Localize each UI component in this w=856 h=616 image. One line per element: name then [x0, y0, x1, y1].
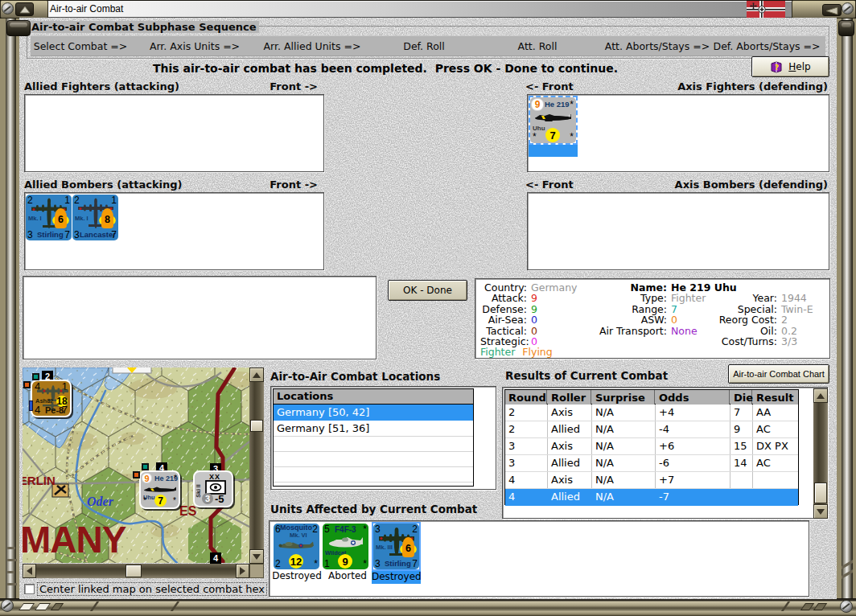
result-row-3[interactable]: 3AlliedN/A-614AC	[505, 455, 798, 472]
stirling-badge: 6	[52, 208, 69, 228]
results-header-round[interactable]: Round	[505, 390, 547, 405]
location-row-1[interactable]: Germany [51, 36]	[274, 421, 473, 437]
right-frame-knob	[838, 20, 854, 36]
lancaster-bl: 3	[74, 230, 80, 240]
bottom-left-screw-icon	[1, 599, 14, 612]
he219-map-br: *	[173, 496, 176, 506]
center-map-checkbox[interactable]	[24, 584, 35, 594]
location-row-2[interactable]	[274, 437, 473, 452]
help-button[interactable]: ? Help	[751, 56, 829, 77]
pe8-orange-dot	[23, 381, 31, 388]
ok-done-button[interactable]: OK - Done	[388, 280, 467, 301]
selected-units-panel[interactable]	[23, 276, 377, 359]
center-map-checkbox-label[interactable]: Center linked map on selected combat hex	[37, 582, 267, 596]
phase-def-aborts-stays: Def. Aborts/Stays =>	[714, 40, 821, 52]
help-button-label: Help	[788, 61, 810, 72]
left-pipe-joint-2	[7, 559, 17, 561]
division-dash: -5	[215, 493, 224, 505]
location-row-3[interactable]	[274, 452, 473, 467]
mosquito-tr: 2	[312, 524, 318, 534]
costturns-label: Cost/Turns:	[709, 336, 777, 347]
results-header-surprise[interactable]: Surprise	[592, 390, 655, 405]
airtransport-label: Air Transport:	[564, 326, 667, 337]
stirling3-counter[interactable]: 3 2 Mk. III	[373, 524, 419, 569]
map-vscroll-up-arrow[interactable]	[249, 368, 264, 382]
results-scroll-thumb[interactable]	[814, 483, 827, 503]
bottom-frame	[0, 599, 856, 616]
result-row-1[interactable]: 2AlliedN/A-49AC	[505, 421, 798, 438]
allied-fighters-panel[interactable]	[24, 94, 324, 172]
he219-map-turn: 9	[142, 473, 152, 483]
lancaster-counter[interactable]: 2 1 Mk. I 8 3 Lancaster 7	[72, 195, 118, 240]
front-right-label-1: Front ->	[163, 80, 318, 92]
result-row-5[interactable]: 4AlliedN/A-7	[505, 489, 798, 506]
combat-chart-button[interactable]: Air-to-air Combat Chart	[728, 364, 829, 384]
results-header-roller[interactable]: Roller	[548, 390, 591, 405]
mosquito-br: *	[314, 559, 318, 569]
he219-bl: *	[533, 132, 537, 142]
stirling-counter[interactable]: 2 1 Mk. I 6 3 Stirling 7	[26, 195, 72, 240]
locations-listbox[interactable]: Locations Germany [50, 42] Germany [51, …	[273, 388, 474, 487]
he219-strength: 7	[545, 128, 560, 142]
phase-arr-allied-units: Arr. Allied Units =>	[264, 40, 361, 52]
map-vscroll-thumb[interactable]	[250, 420, 263, 432]
result-row-4[interactable]: 4AxisN/A+7	[505, 472, 798, 489]
he219-map-bl: *	[143, 496, 146, 506]
results-title: Results of Current Combat	[505, 369, 668, 382]
stirling-bl: 3	[27, 230, 33, 240]
he219-silhouette	[533, 113, 573, 122]
mosquito-silhouette	[277, 539, 316, 552]
map-vscroll-down-arrow[interactable]	[249, 549, 264, 564]
he219-map-counter[interactable]: 9 He 219 * Uhu * 7 *	[139, 470, 180, 509]
f4f-counter[interactable]: 5 F4F-3 * Wildcat 1 9 *	[323, 524, 368, 569]
division-counter[interactable]: XX Ski II 3 -5	[193, 470, 233, 507]
pe8-blue-mark	[29, 400, 33, 411]
lancaster-sub: Mk. I	[75, 215, 88, 222]
map-hscroll-left-arrow[interactable]	[23, 564, 36, 578]
lancaster-badge-number: 8	[99, 214, 116, 225]
map-hscroll-thumb[interactable]	[126, 565, 142, 577]
unit-info-panel: Country:Germany Attack:9 Defense:9 Air-S…	[475, 278, 830, 359]
status-fighter: Fighter	[480, 346, 515, 358]
pe8-teal-dot	[32, 373, 39, 380]
phase-att-roll: Att. Roll	[518, 40, 558, 52]
locations-header: Locations	[274, 389, 473, 405]
map-vscrollbar[interactable]	[249, 368, 264, 564]
window-close-button[interactable]	[822, 4, 842, 16]
bottom-right-screw-icon	[840, 600, 853, 613]
mosquito-bl: 2	[275, 559, 281, 569]
results-scroll-up-arrow[interactable]	[813, 388, 828, 403]
wedge-icon	[823, 5, 842, 17]
front-right-label-2: Front ->	[163, 179, 318, 191]
he219-orange-dot	[133, 471, 140, 478]
results-table[interactable]: Round Roller Surprise Odds Die Result 2A…	[504, 389, 799, 505]
axis-fighters-label: Axis Fighters (defending)	[611, 80, 828, 92]
result-row-0[interactable]: 2AxisN/A+47AA	[505, 405, 798, 421]
window-menu-button[interactable]	[15, 2, 34, 16]
he219-counter[interactable]: 9 He 219 * Uhu * 7 *	[530, 97, 576, 143]
location-row-4[interactable]	[274, 467, 473, 483]
results-scroll-down-arrow[interactable]	[813, 504, 828, 519]
mosquito-strength: 12	[289, 554, 303, 569]
mosquito-counter[interactable]: 6 Mosquito 2 Mk. VI 2 12 *	[274, 524, 319, 569]
he219-counter-selection[interactable]: 9 He 219 * Uhu * 7 *	[529, 96, 578, 145]
front-left-label-2: <- Front	[525, 179, 574, 191]
air-to-air-combat-window: Air-to-air Combat	[0, 0, 856, 616]
he219-teal-dot	[142, 463, 149, 470]
results-header-die[interactable]: Die	[730, 390, 752, 405]
stirling3-badge-number: 6	[400, 543, 417, 554]
result-row-2[interactable]: 3AxisN/A+615DX PX	[505, 438, 798, 455]
stirling-br: 7	[64, 230, 70, 240]
map-hscroll-right-arrow[interactable]	[236, 564, 249, 578]
results-header-odds[interactable]: Odds	[656, 390, 730, 405]
results-panel: Round Roller Surprise Odds Die Result 2A…	[502, 387, 828, 519]
stirling3-selection[interactable]: 3 2 Mk. III	[372, 522, 421, 571]
help-book-icon: ?	[770, 61, 784, 73]
left-pipe-joint-1	[7, 547, 15, 549]
results-header-result[interactable]: Result	[753, 390, 798, 405]
axis-bombers-panel[interactable]	[527, 192, 829, 270]
location-row-0[interactable]: Germany [50, 42]	[274, 405, 473, 421]
pe8-counter[interactable]: 4 1 Ash82 18 4 Pe-8 7	[31, 380, 72, 417]
title-bar[interactable]	[2, 1, 854, 18]
he219-br: *	[570, 132, 574, 142]
